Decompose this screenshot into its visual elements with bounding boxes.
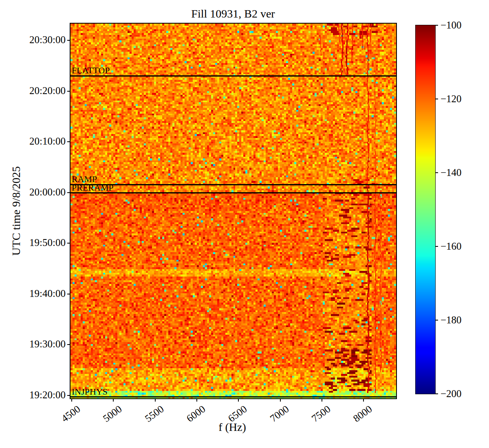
x-tick-mark [363, 399, 364, 402]
x-tick-mark [71, 399, 72, 402]
beam-mode-line-flattop [70, 75, 396, 77]
x-tick-label: 4500 [59, 403, 83, 424]
beam-mode-line-injphys [70, 396, 396, 397]
plot-frame [70, 23, 397, 399]
spectrogram-canvas [70, 24, 396, 398]
x-tick-label: 5500 [143, 403, 166, 424]
y-axis-label: UTC time 9/8/2025 [10, 166, 23, 255]
beam-mode-label-flattop: FLATTOP [72, 66, 110, 75]
y-tick-mark [67, 192, 70, 193]
plot-title: Fill 10931, B2 ver [191, 7, 275, 20]
y-tick-mark [67, 40, 70, 41]
x-tick-mark [280, 399, 281, 402]
colorbar-tick-mark [436, 25, 438, 26]
colorbar-tick-label: −200 [441, 388, 462, 400]
colorbar-tick-mark [436, 393, 438, 394]
x-tick-label: 6000 [185, 403, 208, 424]
y-tick-label: 19:40:00 [29, 288, 66, 299]
y-tick-label: 20:10:00 [29, 136, 66, 147]
y-tick-mark [67, 294, 70, 294]
y-tick-label: 19:30:00 [29, 339, 66, 350]
x-tick-label: 8000 [351, 403, 374, 424]
y-tick-label: 19:20:00 [29, 389, 66, 401]
figure: Fill 10931, B2 ver UTC time 9/8/2025 f (… [0, 0, 489, 448]
beam-mode-line-preramp [70, 192, 396, 193]
colorbar-canvas [416, 25, 435, 394]
colorbar-tick-label: −180 [441, 314, 462, 326]
y-tick-label: 20:20:00 [29, 85, 66, 97]
x-tick-mark [322, 399, 322, 402]
y-tick-mark [67, 344, 70, 345]
beam-mode-label-preramp: PRERAMP [72, 183, 114, 192]
x-tick-mark [238, 399, 239, 402]
beam-mode-line-ramp [70, 184, 396, 185]
y-tick-mark [67, 243, 70, 244]
x-tick-label: 7000 [268, 403, 291, 424]
y-tick-label: 20:30:00 [29, 35, 66, 46]
colorbar-tick-mark [436, 172, 438, 173]
x-tick-mark [113, 399, 114, 402]
beam-mode-label-injphys: INJPHYS [72, 387, 108, 396]
colorbar-tick-mark [436, 99, 438, 99]
colorbar-tick-mark [436, 246, 438, 247]
y-tick-label: 19:50:00 [29, 237, 66, 249]
colorbar-tick-label: −160 [441, 241, 462, 252]
x-tick-label: 5000 [101, 403, 124, 424]
colorbar-frame [415, 25, 436, 394]
x-tick-mark [155, 399, 156, 402]
y-tick-label: 20:00:00 [29, 187, 66, 198]
colorbar-tick-label: −100 [441, 20, 462, 31]
y-tick-mark [67, 141, 70, 142]
colorbar-tick-label: −140 [441, 167, 462, 178]
x-tick-mark [196, 399, 197, 402]
y-tick-mark [67, 91, 70, 92]
y-tick-mark [67, 395, 70, 396]
x-tick-label: 7500 [309, 403, 333, 424]
colorbar-tick-label: −120 [441, 93, 462, 105]
colorbar-tick-mark [436, 320, 438, 321]
